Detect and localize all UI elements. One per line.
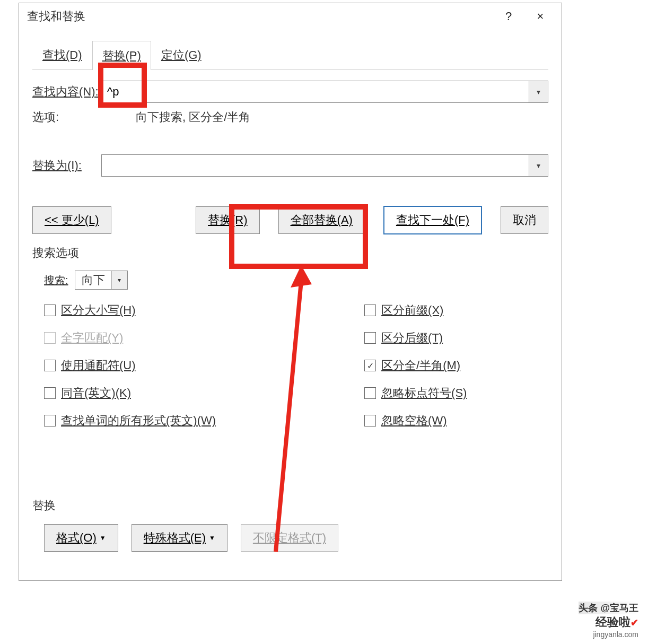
- watermark-domain: jingyanla.com: [579, 630, 638, 639]
- replace-dropdown-button[interactable]: ▾: [529, 155, 548, 176]
- tab-find[interactable]: 查找(D): [32, 40, 92, 69]
- checkbox-wildcards[interactable]: 使用通配符(U): [44, 358, 216, 373]
- replace-row: 替换为(I): ▾: [32, 154, 548, 177]
- bottom-legend: 替换: [32, 498, 548, 514]
- find-input[interactable]: [102, 82, 529, 102]
- checkbox-icon: [44, 332, 56, 344]
- checkbox-icon: [44, 387, 56, 399]
- search-direction-value: 向下: [75, 270, 111, 290]
- find-dropdown-button[interactable]: ▾: [529, 81, 548, 102]
- checkbox-ignore-space[interactable]: 忽略空格(W): [364, 413, 467, 429]
- bottom-buttons: 格式(O)▼ 特殊格式(E)▼ 不限定格式(T): [44, 524, 548, 552]
- special-format-button[interactable]: 特殊格式(E)▼: [132, 524, 227, 552]
- watermark: 头条 @宝马王 经验啦✔ jingyanla.com: [579, 602, 638, 639]
- dialog-title: 查找和替换: [27, 8, 493, 24]
- checkbox-sounds-like[interactable]: 同音(英文)(K): [44, 385, 216, 401]
- search-direction-row: 搜索: 向下 ▾: [44, 271, 548, 290]
- find-row: 查找内容(N): ▾: [32, 81, 548, 103]
- checkbox-icon: [364, 304, 376, 316]
- search-options-legend: 搜索选项: [32, 245, 548, 261]
- replace-label: 替换为(I):: [32, 158, 101, 173]
- search-direction-select[interactable]: 向下 ▾: [75, 271, 128, 290]
- close-button[interactable]: ×: [524, 10, 556, 23]
- checkbox-icon: [364, 332, 376, 344]
- find-replace-dialog: 查找和替换 ? × 查找(D) 替换(P) 定位(G) 查找内容(N): ▾ 选…: [19, 3, 562, 581]
- checkbox-columns: 区分大小写(H) 全字匹配(Y) 使用通配符(U) 同音(英文)(K) 查找单词…: [44, 302, 548, 429]
- watermark-brand-line: 经验啦✔: [579, 614, 638, 630]
- checkbox-col-left: 区分大小写(H) 全字匹配(Y) 使用通配符(U) 同音(英文)(K) 查找单词…: [44, 302, 216, 429]
- format-button[interactable]: 格式(O)▼: [44, 524, 118, 552]
- checkbox-icon: [44, 415, 56, 427]
- caret-down-icon: ▼: [209, 534, 215, 542]
- find-next-button[interactable]: 查找下一处(F): [383, 206, 482, 234]
- titlebar: 查找和替换 ? ×: [19, 3, 562, 30]
- dialog-content: 查找(D) 替换(P) 定位(G) 查找内容(N): ▾ 选项: 向下搜索, 区…: [19, 30, 562, 562]
- checkbox-match-case[interactable]: 区分大小写(H): [44, 302, 216, 318]
- checkbox-ignore-punct[interactable]: 忽略标点符号(S): [364, 385, 467, 401]
- options-label: 选项:: [32, 109, 104, 125]
- replace-all-button[interactable]: 全部替换(A): [278, 206, 365, 234]
- no-format-button: 不限定格式(T): [241, 524, 338, 552]
- find-input-combo: ▾: [101, 81, 548, 103]
- tab-strip: 查找(D) 替换(P) 定位(G): [32, 40, 548, 70]
- caret-down-icon: ▼: [100, 534, 106, 542]
- checkbox-icon: [44, 360, 56, 371]
- checkbox-suffix[interactable]: 区分后缀(T): [364, 330, 467, 346]
- checkbox-whole-word: 全字匹配(Y): [44, 330, 216, 346]
- checkbox-col-right: 区分前缀(X) 区分后缀(T) ✓区分全/半角(M) 忽略标点符号(S) 忽略空…: [364, 302, 467, 429]
- tab-replace[interactable]: 替换(P): [92, 41, 151, 70]
- replace-input[interactable]: [102, 155, 529, 176]
- replace-button[interactable]: 替换(R): [196, 206, 260, 234]
- search-direction-label: 搜索:: [44, 273, 68, 288]
- chevron-down-icon: ▾: [111, 271, 127, 289]
- checkbox-icon: [364, 415, 376, 427]
- watermark-source: 头条 @宝马王: [579, 602, 638, 614]
- watermark-brand: 经验啦: [596, 615, 631, 629]
- help-button[interactable]: ?: [493, 10, 524, 23]
- checkbox-icon-checked: ✓: [364, 360, 376, 371]
- checkbox-fullhalf[interactable]: ✓区分全/半角(M): [364, 358, 467, 373]
- checkbox-icon: [364, 387, 376, 399]
- find-options-line: 选项: 向下搜索, 区分全/半角: [32, 109, 548, 125]
- checkbox-icon: [44, 304, 56, 316]
- options-value: 向下搜索, 区分全/半角: [136, 109, 250, 125]
- check-icon: ✔: [631, 617, 638, 628]
- chevron-down-icon: ▾: [537, 88, 540, 96]
- bottom-section: 替换 格式(O)▼ 特殊格式(E)▼ 不限定格式(T): [32, 498, 548, 552]
- checkbox-prefix[interactable]: 区分前缀(X): [364, 302, 467, 318]
- chevron-down-icon: ▾: [537, 161, 540, 170]
- tab-goto[interactable]: 定位(G): [151, 40, 212, 69]
- cancel-button[interactable]: 取消: [501, 206, 548, 234]
- replace-input-combo: ▾: [101, 154, 548, 177]
- less-button[interactable]: << 更少(L): [32, 206, 111, 234]
- action-buttons: << 更少(L) 替换(R) 全部替换(A) 查找下一处(F) 取消: [32, 206, 548, 234]
- find-label: 查找内容(N):: [32, 84, 101, 100]
- checkbox-all-forms[interactable]: 查找单词的所有形式(英文)(W): [44, 413, 216, 429]
